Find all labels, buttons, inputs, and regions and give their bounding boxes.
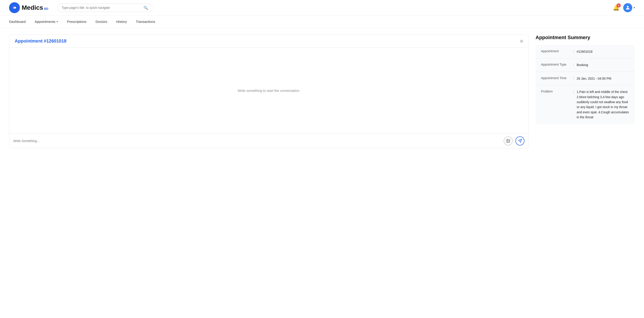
summary-panel: Appointment Summery Appointment : #12601…: [536, 35, 635, 124]
chat-input-area: [9, 133, 528, 148]
summary-label-type: Appointment Type: [541, 62, 570, 66]
summary-colon-2: :: [573, 62, 574, 66]
chat-panel: Appointment #12601018 Write something to…: [9, 35, 529, 148]
search-icon: 🔍: [144, 6, 148, 10]
summary-value-appointment: #12601018: [577, 49, 630, 54]
summary-label-appointment: Appointment: [541, 49, 570, 53]
summary-colon-4: :: [573, 89, 574, 93]
svg-point-6: [507, 140, 508, 140]
summary-value-time: 26 Jan, 2021 - 04:00 PM: [577, 76, 630, 81]
user-avatar-menu[interactable]: ▾: [623, 3, 635, 12]
logo-area: Medics BD: [9, 2, 48, 13]
chat-empty-message: Write something to start the conversatio…: [238, 89, 300, 93]
chat-status-dot: [520, 40, 523, 43]
logo-icon: [9, 2, 20, 13]
chevron-down-icon: ▾: [634, 6, 635, 9]
summary-colon-1: :: [573, 49, 574, 53]
chat-input[interactable]: [13, 139, 501, 143]
header-right: 🔔 6 ▾: [613, 3, 635, 12]
send-button[interactable]: [516, 136, 524, 145]
summary-value-problem: 1.Pain is left and middle of the chest 2…: [577, 89, 630, 120]
summary-card: Appointment : #12601018 Appointment Type…: [536, 45, 635, 124]
svg-point-4: [627, 6, 629, 8]
main-nav: Dashboard Appointments Prescriptions Doc…: [0, 16, 644, 28]
chat-title: Appointment #12601018: [15, 39, 66, 44]
summary-value-type: Booking: [577, 62, 630, 67]
nav-item-prescriptions[interactable]: Prescriptions: [67, 16, 86, 28]
summary-colon-3: :: [573, 76, 574, 80]
nav-item-appointments[interactable]: Appointments: [34, 16, 58, 28]
chat-body: Write something to start the conversatio…: [9, 48, 528, 133]
header: Medics BD 🔍 🔔 6 ▾: [0, 0, 644, 16]
nav-item-dashboard[interactable]: Dashboard: [9, 16, 26, 28]
svg-rect-2: [13, 7, 14, 8]
main-content: Appointment #12601018 Write something to…: [0, 28, 644, 155]
search-bar[interactable]: 🔍: [58, 4, 152, 12]
nav-item-transactions[interactable]: Transactions: [136, 16, 155, 28]
avatar: [623, 3, 632, 12]
search-input[interactable]: [62, 6, 141, 10]
image-upload-button[interactable]: [504, 136, 513, 145]
nav-item-history[interactable]: History: [116, 16, 127, 28]
summary-title: Appointment Summery: [536, 35, 635, 41]
logo-bd: BD: [44, 7, 48, 11]
summary-row-appointment: Appointment : #12601018: [536, 45, 635, 58]
nav-item-doctors[interactable]: Doctors: [96, 16, 107, 28]
summary-row-time: Appointment Time : 26 Jan, 2021 - 04:00 …: [536, 72, 635, 85]
summary-row-type: Appointment Type : Booking: [536, 58, 635, 72]
summary-label-problem: Problem: [541, 89, 570, 93]
svg-rect-3: [14, 7, 16, 8]
notification-badge: 6: [617, 4, 621, 8]
summary-row-problem: Problem : 1.Pain is left and middle of t…: [536, 85, 635, 124]
summary-label-time: Appointment Time: [541, 76, 570, 80]
chat-header: Appointment #12601018: [9, 35, 528, 48]
logo-text: Medics: [22, 4, 43, 11]
notification-bell[interactable]: 🔔 6: [613, 5, 620, 11]
